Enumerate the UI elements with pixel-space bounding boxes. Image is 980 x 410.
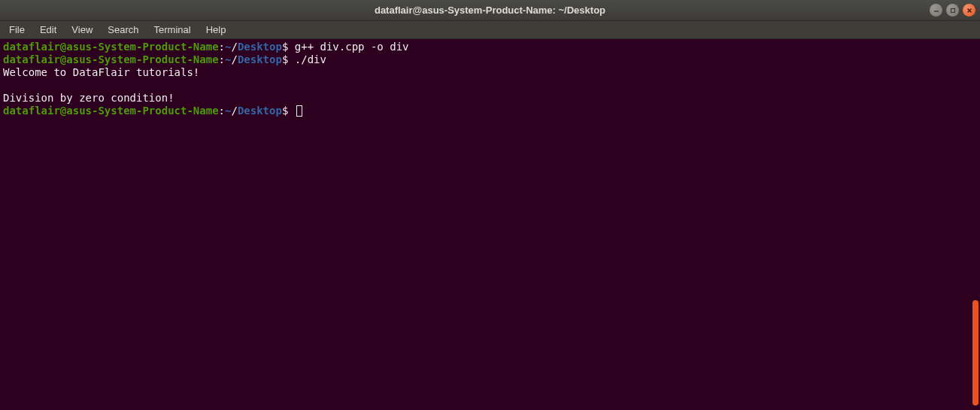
menu-file[interactable]: File: [2, 22, 32, 38]
menu-help[interactable]: Help: [199, 22, 234, 38]
prompt-slash: /: [231, 41, 237, 53]
menu-edit[interactable]: Edit: [32, 22, 64, 38]
terminal-output-line: Division by zero condition!: [3, 92, 174, 104]
window-controls: [930, 4, 975, 17]
prompt-colon: :: [219, 105, 225, 117]
prompt-colon: :: [219, 41, 225, 53]
prompt-user-host: dataflair@asus-System-Product-Name: [3, 53, 219, 65]
menubar: File Edit View Search Terminal Help: [0, 21, 980, 39]
prompt-user-host: dataflair@asus-System-Product-Name: [3, 41, 219, 53]
window-title: dataflair@asus-System-Product-Name: ~/De…: [375, 5, 605, 16]
terminal-command-1: g++ div.cpp -o div: [288, 41, 408, 53]
prompt-colon: :: [219, 53, 225, 65]
svg-rect-1: [951, 8, 954, 12]
close-button[interactable]: [963, 4, 975, 17]
cursor-icon: [296, 105, 302, 117]
menu-search[interactable]: Search: [100, 22, 146, 38]
maximize-button[interactable]: [946, 4, 959, 17]
prompt-symbol: $: [282, 105, 288, 117]
menu-terminal[interactable]: Terminal: [147, 22, 199, 38]
prompt-slash: /: [231, 105, 237, 117]
prompt-dir: Desktop: [238, 105, 282, 117]
minimize-button[interactable]: [930, 4, 942, 17]
terminal-command-2: ./div: [288, 53, 326, 65]
scrollbar-track[interactable]: [971, 39, 980, 410]
prompt-dir: Desktop: [238, 41, 282, 53]
terminal-output-line: Welcome to DataFlair tutorials!: [3, 66, 199, 78]
scrollbar-thumb[interactable]: [972, 300, 978, 405]
prompt-slash: /: [231, 53, 237, 65]
terminal-output-area[interactable]: dataflair@asus-System-Product-Name:~/Des…: [0, 39, 980, 410]
prompt-dir: Desktop: [238, 53, 282, 65]
menu-view[interactable]: View: [64, 22, 100, 38]
window-titlebar: dataflair@asus-System-Product-Name: ~/De…: [0, 0, 980, 21]
prompt-user-host: dataflair@asus-System-Product-Name: [3, 105, 219, 117]
